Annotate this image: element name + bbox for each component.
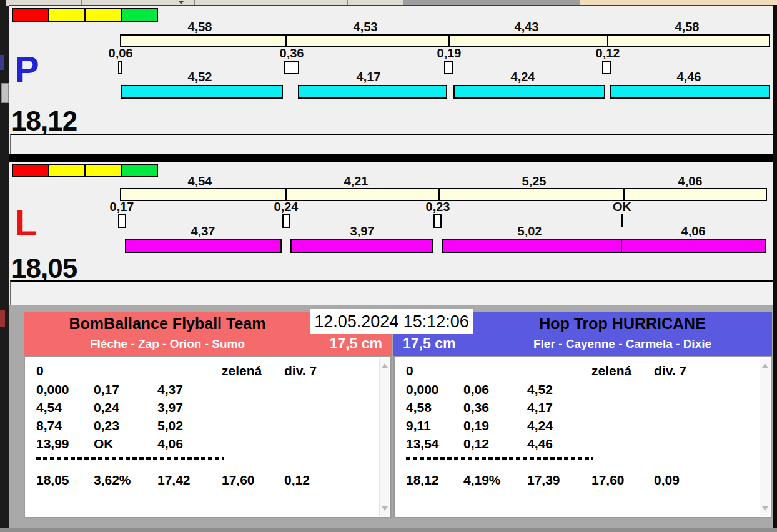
run-time-label: 4,06 — [656, 224, 731, 239]
dropdown-caret-icon — [179, 1, 184, 4]
table-row: 0 zelená div. 7 — [395, 363, 771, 381]
edge-artifact — [0, 55, 4, 70]
table-row: 4,58 0,36 4,17 — [395, 400, 771, 418]
light-yellow-icon — [84, 8, 122, 22]
light-yellow-icon — [84, 164, 122, 177]
table-row: 0 zelená div. 7 — [25, 363, 390, 381]
changeover-gap-box — [284, 61, 299, 74]
ruler-tick — [623, 189, 625, 200]
run-time-label: 3,97 — [325, 224, 400, 239]
lane-letter: P — [15, 51, 39, 87]
jump-height: 17,5 cm — [403, 335, 455, 352]
table-row: 13,99 OK 4,06 — [25, 436, 390, 454]
run-time-cell: 5,02 — [157, 418, 183, 433]
cumulative-time-cell: 4,54 — [36, 400, 62, 415]
scroll-down-icon[interactable] — [762, 506, 768, 511]
light-yellow-icon — [48, 8, 86, 22]
division-cell: div. 7 — [284, 363, 317, 378]
cumulative-time-cell: 13,54 — [406, 436, 439, 451]
run-time-label: 4,52 — [162, 70, 237, 84]
lane-letter: L — [15, 205, 37, 241]
changeover-gap-label: 0,24 — [261, 200, 311, 214]
ruler-tick — [448, 36, 450, 46]
lane-total-time: 18,05 — [11, 255, 77, 282]
ruler-tick — [285, 189, 287, 200]
split-ruler-bar — [120, 34, 770, 47]
table-row: 0,000 0,06 4,52 — [395, 382, 771, 400]
table-dashed-divider — [36, 457, 224, 460]
start-cell: 0 — [406, 363, 413, 378]
cumulative-time-cell: 4,58 — [406, 400, 432, 415]
light-status-cell: zelená — [222, 363, 262, 378]
team-lineup: Fler - Cayenne - Carmela - Dixie — [473, 337, 772, 351]
ruler-tick — [285, 36, 287, 46]
split-time-label: 5,25 — [497, 174, 572, 189]
light-green-icon — [121, 8, 158, 22]
run-time-cell: 4,37 — [157, 382, 183, 397]
results-table[interactable]: 0 zelená div. 7 0,000 0,17 4,37 4,54 0,2… — [24, 356, 392, 518]
scroll-down-icon[interactable] — [382, 506, 388, 511]
split-time-label: 4,21 — [319, 174, 393, 189]
light-red-icon — [12, 8, 49, 22]
table-dashed-divider — [406, 457, 593, 460]
cumulative-time-cell: 9,11 — [406, 418, 431, 433]
margin-cell: 0,09 — [654, 473, 680, 488]
net-time-cell: 17,39 — [527, 473, 560, 488]
table-row: 0,000 0,17 4,37 — [25, 382, 390, 400]
split-time-label: 4,58 — [650, 20, 725, 34]
changeover-gap-box — [118, 61, 122, 74]
total-time-cell: 18,05 — [36, 473, 69, 488]
loss-percent-cell: 4,19% — [463, 473, 501, 488]
run-time-cell: 3,97 — [157, 400, 183, 415]
changeover-gap-label: 0,17 — [97, 200, 147, 214]
scroll-up-icon[interactable] — [762, 363, 768, 368]
summary-row: 18,05 3,62% 17,42 17,60 0,12 — [25, 473, 390, 490]
team-name: Hop Trop HURRICANE — [473, 315, 772, 333]
split-time-label: 4,06 — [653, 174, 728, 189]
lane-panel-l: L 18,05 4,54 4,21 5,25 4,06 0,17 0,24 0,… — [10, 162, 773, 305]
gap-cell: OK — [94, 436, 114, 451]
start-cell: 0 — [36, 363, 44, 378]
gap-cell: 0,23 — [94, 418, 119, 433]
run-time-label: 4,24 — [485, 70, 560, 84]
gap-cell: 0,17 — [94, 382, 119, 397]
table-row: 13,54 0,12 4,46 — [395, 436, 771, 454]
window-right-border — [773, 5, 777, 528]
cumulative-time-cell: 8,74 — [36, 418, 62, 433]
results-table[interactable]: 0 zelená div. 7 0,000 0,06 4,52 4,58 0,3… — [393, 356, 772, 518]
light-green-icon — [121, 164, 158, 177]
run-time-label: 4,37 — [166, 224, 240, 239]
split-time-label: 4,58 — [162, 20, 237, 34]
table-scrollbar[interactable] — [760, 358, 770, 516]
team-name: BomBallance Flyball Team — [24, 315, 311, 333]
cumulative-time-cell: 0,000 — [406, 382, 439, 397]
ruler-tick — [438, 189, 440, 200]
run-bar — [121, 85, 283, 99]
table-row: 8,74 0,23 5,02 — [25, 418, 390, 436]
light-yellow-icon — [48, 164, 86, 177]
team-panel-right: Hop Trop HURRICANE Fler - Cayenne - Carm… — [393, 312, 772, 518]
ruler-tick — [607, 36, 608, 46]
flyball-timer-screen: P 18,12 4,58 4,53 4,43 4,58 0,06 0,36 0,… — [0, 0, 777, 532]
edge-scrollbar-thumb[interactable] — [1, 83, 9, 103]
run-time-cell: 4,24 — [527, 418, 553, 433]
gap-cell: 0,06 — [463, 382, 489, 397]
changeover-gap-label: 0,19 — [424, 46, 474, 61]
jump-height: 17,5 cm — [310, 335, 382, 352]
net-time-cell: 17,42 — [157, 473, 191, 488]
table-row: 9,11 0,19 4,24 — [395, 418, 771, 436]
window-bottom-border — [0, 528, 777, 532]
run-bar — [621, 239, 766, 253]
loss-percent-cell: 3,62% — [94, 473, 131, 488]
changeover-gap-label: 0,12 — [583, 46, 633, 61]
changeover-gap-box — [602, 61, 611, 74]
margin-cell: 0,12 — [284, 473, 310, 488]
scroll-up-icon[interactable] — [382, 363, 388, 368]
division-cell: div. 7 — [654, 363, 686, 378]
run-bar — [442, 239, 622, 253]
run-time-cell: 4,52 — [527, 382, 553, 397]
changeover-gap-box — [433, 214, 442, 228]
table-scrollbar[interactable] — [379, 358, 390, 516]
summary-row: 18,12 4,19% 17,39 17,60 0,09 — [395, 473, 771, 490]
run-bar — [610, 85, 770, 99]
